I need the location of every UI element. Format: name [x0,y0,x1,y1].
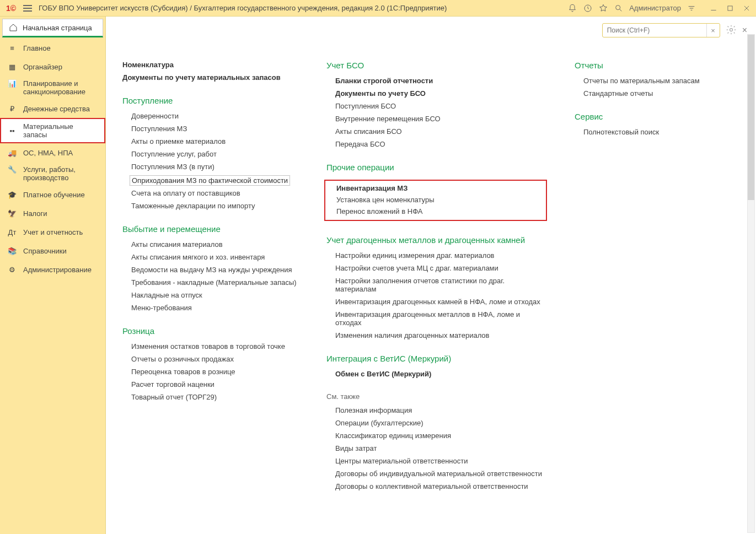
link-incoming-transit[interactable]: Поступления МЗ (в пути) [122,163,299,171]
group-precious: Учет драгоценных металлов и драгоценных … [326,235,547,245]
history-icon[interactable] [583,3,593,13]
link-retail-reports[interactable]: Отчеты о розничных продажах [122,355,299,363]
user-label[interactable]: Администратор [629,4,681,12]
link-writeoff-acts[interactable]: Акты списания материалов [122,240,299,249]
truck-icon: 🚚 [7,149,18,157]
link-menu-req[interactable]: Меню-требования [122,304,299,312]
sidebar-item-directories[interactable]: 📚Справочники [0,241,105,260]
eagle-icon: 🦅 [7,209,18,218]
graduation-icon: 🎓 [7,191,18,199]
link-precious-stats[interactable]: Настройки заполнения отчетов статистики … [326,277,547,293]
link-bso-docs[interactable]: Документы по учету БСО [326,89,547,98]
ruble-icon: ₽ [7,105,18,113]
clear-icon[interactable]: × [706,24,720,37]
bell-icon[interactable] [567,3,577,13]
star-icon[interactable] [598,3,608,13]
link-incoming-mz[interactable]: Поступления МЗ [122,125,299,133]
sidebar-item-organizer[interactable]: ▦Органайзер [0,57,105,76]
logo-1c: 1© [4,3,18,14]
sidebar-item-materials[interactable]: ▪▪Материальные запасы [0,118,105,143]
link-bso-transfer[interactable]: Передача БСО [326,140,547,148]
sidebar-item-planning[interactable]: 📊Планирование и санкционирование [0,76,105,99]
link-operations[interactable]: Операции (бухгалтерские) [326,419,547,427]
minimize-icon[interactable] [709,3,719,13]
link-precious-metals-inv[interactable]: Инвентаризация драгоценных металлов в НФ… [326,310,547,327]
sidebar-item-money[interactable]: ₽Денежные средства [0,99,105,118]
group-bso: Учет БСО [326,61,547,70]
home-tab[interactable]: Начальная страница [2,19,103,37]
link-strict-forms[interactable]: Бланки строгой отчетности [326,77,547,85]
plan-icon: 📊 [7,79,18,88]
link-writeoff-soft[interactable]: Акты списания мягкого и хоз. инвентаря [122,253,299,261]
scrollbar-thumb[interactable] [748,35,754,200]
link-inventory-mz[interactable]: Инвентаризация МЗ [328,184,544,192]
search-input[interactable] [602,23,720,37]
sidebar-item-admin[interactable]: ⚙Администрирование [0,260,105,279]
sidebar-item-os[interactable]: 🚚ОС, НМА, НПА [0,143,105,162]
link-bso-internal[interactable]: Внутренние перемещения БСО [326,115,547,123]
sidebar-item-accounting[interactable]: ДтУчет и отчетность [0,223,105,241]
link-price-setup[interactable]: Установка цен номенклатуры [328,196,544,204]
titlebar: 1© ГОБУ ВПО Университет искусств (Субсид… [0,0,756,17]
list-icon: ≡ [7,44,18,52]
gear-icon: ⚙ [7,266,18,274]
link-proxy[interactable]: Доверенности [122,112,299,120]
link-standard-reports[interactable]: Стандартные отчеты [575,89,707,98]
sidebar-item-services[interactable]: 🔧Услуги, работы, производство [0,162,105,185]
link-cost-types[interactable]: Виды затрат [326,444,547,452]
link-stock-changes[interactable]: Изменения остатков товаров в торговой то… [122,342,299,350]
link-nomenclature[interactable]: Номенклатура [122,61,299,69]
link-mat-centers[interactable]: Центры материальной ответственности [326,457,547,465]
link-acceptance-acts[interactable]: Акты о приемке материалов [122,137,299,145]
link-bso-writeoff[interactable]: Акты списания БСО [326,127,547,136]
link-revaluation[interactable]: Переоценка товаров в рознице [122,368,299,376]
close-icon[interactable] [742,3,752,13]
link-markup-calc[interactable]: Расчет торговой наценки [122,380,299,389]
link-precious-stones-inv[interactable]: Инвентаризация драгоценных камней в НФА,… [326,298,547,306]
svg-point-1 [616,5,620,9]
link-precious-changes[interactable]: Изменения наличия драгоценных материалов [326,331,547,339]
link-supplier-invoices[interactable]: Счета на оплату от поставщиков [122,189,299,197]
link-torg29[interactable]: Товарный отчет (ТОРГ29) [122,393,299,401]
see-also-label: См. также [326,392,547,401]
link-issue-sheets[interactable]: Ведомости на выдачу МЗ на нужды учрежден… [122,266,299,274]
link-precious-units[interactable]: Настройки единиц измерения драг. материа… [326,251,547,260]
group-incoming: Поступление [122,96,299,105]
link-units-classifier[interactable]: Классификатор единиц измерения [326,431,547,440]
link-services-incoming[interactable]: Поступление услуг, работ [122,150,299,158]
content-area: × × Номенклатура Документы по учету мате… [106,17,756,534]
link-customs[interactable]: Таможенные декларации по импорту [122,202,299,210]
link-docs-mz[interactable]: Документы по учету материальных запасов [122,73,299,82]
link-fulltext-search[interactable]: Полнотекстовый поиск [575,128,707,136]
link-useful-info[interactable]: Полезная информация [326,406,547,414]
sidebar-item-main[interactable]: ≡Главное [0,39,105,57]
scrollbar[interactable] [747,34,755,533]
maximize-icon[interactable] [725,3,735,13]
sidebar: Начальная страница ≡Главное ▦Органайзер … [0,17,106,534]
settings-gear-icon[interactable] [726,24,737,37]
settings-icon[interactable] [687,3,696,13]
search-icon[interactable] [614,3,624,13]
sidebar-item-taxes[interactable]: 🦅Налоги [0,204,105,223]
link-precious-accounts[interactable]: Настройки счетов учета МЦ с драг. матери… [326,264,547,272]
link-bso-incoming[interactable]: Поступления БСО [326,102,547,110]
menu-icon[interactable] [21,2,34,15]
svg-rect-2 [728,6,732,10]
group-vetis: Интеграция с ВетИС (Меркурий) [326,354,547,363]
ledger-icon: Дт [7,228,18,236]
link-actual-cost[interactable]: Оприходования МЗ по фактической стоимост… [130,175,290,186]
link-mat-reports[interactable]: Отчеты по материальным запасам [575,77,707,85]
link-nfa-transfer[interactable]: Перенос вложений в НФА [328,207,544,215]
link-release-notes[interactable]: Накладные на отпуск [122,291,299,299]
calendar-icon: ▦ [7,63,18,71]
group-retail: Розница [122,326,299,336]
link-requirements[interactable]: Требования - накладные (Материальные зап… [122,278,299,287]
book-icon: 📚 [7,247,18,255]
home-label: Начальная страница [23,24,92,32]
link-individual-contracts[interactable]: Договоры об индивидуальной материальной … [326,470,547,478]
link-collective-contracts[interactable]: Договоры о коллективной материальной отв… [326,482,547,490]
link-vetis-exchange[interactable]: Обмен с ВетИС (Меркурий) [326,370,547,378]
group-disposal: Выбытие и перемещение [122,224,299,234]
sidebar-item-education[interactable]: 🎓Платное обучение [0,185,105,204]
close-panel-icon[interactable]: × [742,25,747,35]
